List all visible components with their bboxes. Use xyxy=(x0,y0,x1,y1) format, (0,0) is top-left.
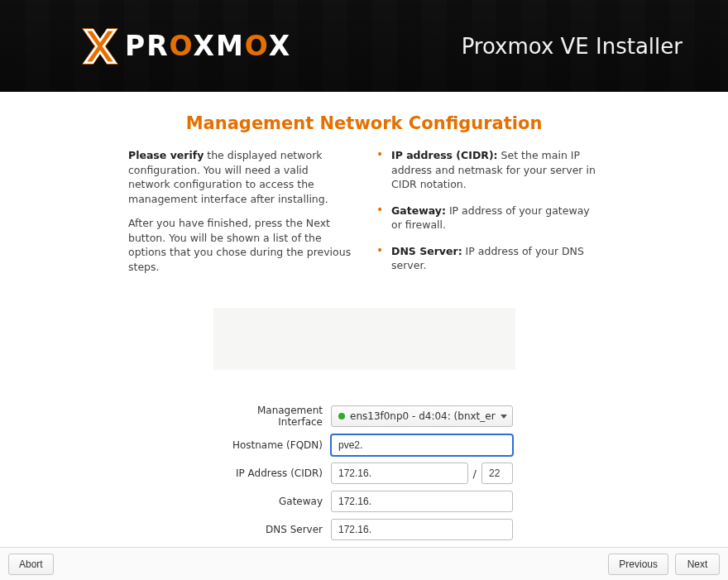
bullet-gateway: Gateway: IP address of your gateway or f… xyxy=(376,204,600,232)
ip-address-input[interactable] xyxy=(331,463,468,484)
hostname-input[interactable] xyxy=(331,434,513,456)
intro-bold: Please verify xyxy=(128,149,204,161)
proxmox-x-icon xyxy=(79,25,122,68)
installer-title: Proxmox VE Installer xyxy=(462,34,682,59)
page-heading: Management Network Configuration xyxy=(0,113,728,133)
next-button[interactable]: Next xyxy=(675,554,720,575)
ip-address-row: / xyxy=(331,463,513,484)
label-hostname: Hostname (FQDN) xyxy=(215,439,323,451)
bullet-dns-bold: DNS Server: xyxy=(391,245,462,257)
previous-button[interactable]: Previous xyxy=(608,554,668,575)
blank-panel xyxy=(213,308,515,370)
bullet-ip: IP address (CIDR): Set the main IP addre… xyxy=(376,148,600,192)
cidr-slash: / xyxy=(473,467,477,480)
gateway-input[interactable] xyxy=(331,491,513,512)
banner: PROXMOX Proxmox VE Installer xyxy=(0,0,728,92)
bullet-gateway-bold: Gateway: xyxy=(391,204,446,217)
bullet-dns: DNS Server: IP address of your DNS serve… xyxy=(376,244,600,273)
dns-server-input[interactable] xyxy=(331,519,513,540)
chevron-down-icon xyxy=(500,415,507,419)
label-dns-server: DNS Server xyxy=(215,524,323,535)
info-right-column: IP address (CIDR): Set the main IP addre… xyxy=(376,148,600,285)
info-left-column: Please verify the displayed network conf… xyxy=(128,148,352,285)
footer: Abort Previous Next xyxy=(0,547,728,580)
cidr-input[interactable] xyxy=(481,463,513,484)
label-gateway: Gateway xyxy=(215,496,323,507)
field-descriptions: IP address (CIDR): Set the main IP addre… xyxy=(376,148,600,273)
proxmox-logo: PROXMOX xyxy=(79,25,291,68)
link-up-icon xyxy=(338,413,345,419)
management-interface-value: ens13f0np0 - d4:04: (bnxt_en) xyxy=(350,410,496,422)
info-columns: Please verify the displayed network conf… xyxy=(0,148,728,285)
intro-paragraph-1: Please verify the displayed network conf… xyxy=(128,148,352,206)
abort-button[interactable]: Abort xyxy=(8,554,54,575)
label-ip-address: IP Address (CIDR) xyxy=(215,467,323,479)
management-interface-dropdown[interactable]: ens13f0np0 - d4:04: (bnxt_en) xyxy=(331,405,513,427)
form-grid: Management Interface ens13f0np0 - d4:04:… xyxy=(215,405,513,540)
intro-paragraph-2: After you have finished, press the Next … xyxy=(128,216,352,274)
bullet-ip-bold: IP address (CIDR): xyxy=(391,149,498,161)
label-management-interface: Management Interface xyxy=(215,405,323,428)
content-area: Management Network Configuration Please … xyxy=(0,92,728,547)
form-area: Management Interface ens13f0np0 - d4:04:… xyxy=(0,405,728,540)
logo-wordmark: PROXMOX xyxy=(125,30,291,62)
